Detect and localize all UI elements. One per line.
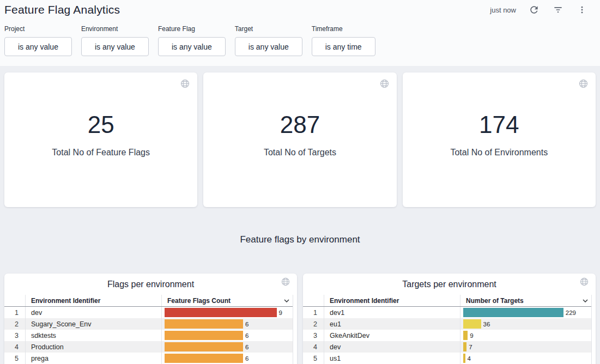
- stat-label: Total No of Targets: [264, 148, 336, 157]
- filter-feature-flag: Feature Flag is any value: [158, 25, 226, 56]
- column-header-number-of-targets: Number of Targets: [460, 295, 596, 306]
- bar: [165, 331, 243, 340]
- table-header: Environment Identifier Feature Flags Cou…: [4, 295, 297, 307]
- page-title: Feature Flag Analytics: [4, 3, 120, 16]
- globe-icon: [380, 79, 389, 88]
- dashboard-header: Feature Flag Analytics just now: [0, 0, 600, 66]
- dashboard-filters-button[interactable]: [552, 4, 564, 16]
- table-scroll-gutter: [591, 295, 596, 364]
- table-tiles-row: Flags per environment Environment Identi…: [0, 274, 600, 364]
- filter-environment-label: Environment: [81, 25, 149, 33]
- stat-tile-environments: 174 Total No of Environments: [403, 72, 596, 207]
- filter-timeframe-value-button[interactable]: is any time: [312, 37, 375, 56]
- table-row[interactable]: 3 GkeAnkitDev 9: [303, 330, 596, 341]
- filter-bar: Project is any value Environment is any …: [4, 25, 596, 56]
- table-header: Environment Identifier Number of Targets: [303, 295, 596, 307]
- table-row[interactable]: 1 dev 9: [4, 307, 297, 318]
- stat-value: 287: [264, 111, 336, 138]
- table-row[interactable]: 5 us1 4: [303, 353, 596, 364]
- table-body: 1 dev1 229 2 eu1 36 3: [303, 307, 596, 364]
- column-header-environment-identifier: Environment Identifier: [324, 295, 460, 306]
- bar: [165, 342, 243, 351]
- bar-value-label: 4: [468, 355, 471, 362]
- bar-value-label: 229: [566, 310, 576, 316]
- cell-count[interactable]: 6: [161, 318, 297, 330]
- card-title: Targets per environment: [402, 280, 496, 289]
- stat-label: Total No of Feature Flags: [52, 148, 150, 157]
- last-refreshed-label: just now: [490, 6, 516, 14]
- stat-value: 25: [52, 111, 150, 138]
- stat-label: Total No of Environments: [450, 148, 548, 157]
- table-row[interactable]: 4 dev 7: [303, 341, 596, 353]
- bar-value-label: 6: [245, 344, 249, 350]
- globe-icon: [180, 79, 190, 88]
- table-body: 1 dev 9 2 Sugary_Scone_Env 6 3: [4, 307, 297, 364]
- cell-count[interactable]: 6: [161, 330, 297, 341]
- column-header-feature-flags-count: Feature Flags Count: [161, 295, 297, 306]
- cell-environment[interactable]: Sugary_Scone_Env: [25, 318, 161, 330]
- table-scroll-gutter: [293, 295, 297, 364]
- cell-count[interactable]: 6: [161, 341, 297, 353]
- cell-environment[interactable]: GkeAnkitDev: [324, 330, 460, 341]
- table-row[interactable]: 4 Production 6: [4, 341, 297, 353]
- bar-value-label: 6: [245, 355, 249, 362]
- cell-count[interactable]: 9: [460, 330, 596, 341]
- filter-timeframe-label: Timeframe: [312, 25, 375, 33]
- filter-project-label: Project: [4, 25, 72, 33]
- table-row[interactable]: 5 prega 6: [4, 353, 297, 364]
- bar: [165, 319, 243, 329]
- stat-tile-feature-flags: 25 Total No of Feature Flags: [4, 72, 197, 207]
- column-header-environment-identifier: Environment Identifier: [25, 295, 161, 306]
- filter-feature-flag-value-button[interactable]: is any value: [158, 37, 226, 56]
- filter-project-value-button[interactable]: is any value: [4, 37, 72, 56]
- cell-environment[interactable]: Production: [25, 341, 161, 353]
- card-title: Flags per environment: [107, 280, 194, 289]
- kebab-menu-icon: [577, 5, 587, 15]
- cell-environment[interactable]: eu1: [324, 318, 460, 330]
- refresh-icon: [529, 4, 540, 15]
- filter-target: Target is any value: [235, 25, 302, 56]
- table-row[interactable]: 2 Sugary_Scone_Env 6: [4, 318, 297, 330]
- cell-count[interactable]: 229: [460, 307, 596, 318]
- title-row: Feature Flag Analytics just now: [4, 3, 596, 16]
- table-row[interactable]: 1 dev1 229: [303, 307, 596, 318]
- cell-environment[interactable]: sdktests: [25, 330, 161, 341]
- cell-environment[interactable]: dev: [324, 341, 460, 353]
- cell-count[interactable]: 6: [161, 353, 297, 364]
- filter-target-value-button[interactable]: is any value: [235, 37, 302, 56]
- bar: [165, 354, 243, 363]
- cell-environment[interactable]: us1: [324, 353, 460, 364]
- table-card-flags-per-environment: Flags per environment Environment Identi…: [4, 274, 297, 364]
- cell-environment[interactable]: prega: [25, 353, 161, 364]
- cell-count[interactable]: 36: [460, 318, 596, 330]
- filter-project: Project is any value: [4, 25, 72, 56]
- table-row[interactable]: 2 eu1 36: [303, 318, 596, 330]
- chevron-down-icon[interactable]: [583, 299, 588, 302]
- cell-environment[interactable]: dev: [25, 307, 161, 318]
- globe-icon: [281, 277, 290, 286]
- bar-value-label: 36: [483, 321, 490, 327]
- chevron-down-icon[interactable]: [284, 299, 289, 302]
- card-title-bar: Flags per environment: [4, 274, 297, 295]
- cell-count[interactable]: 4: [460, 353, 596, 364]
- cell-count[interactable]: 7: [460, 341, 596, 353]
- bar-value-label: 9: [470, 332, 473, 339]
- section-title: Feature flags by environment: [0, 234, 600, 245]
- refresh-button[interactable]: [528, 4, 540, 16]
- table-row[interactable]: 3 sdktests 6: [4, 330, 297, 341]
- bar: [463, 354, 465, 363]
- header-actions: just now: [490, 4, 596, 16]
- filter-environment: Environment is any value: [81, 25, 149, 56]
- stat-tiles-row: 25 Total No of Feature Flags 287 Total N…: [0, 66, 600, 207]
- bar: [463, 342, 466, 351]
- bar: [463, 331, 468, 340]
- cell-count[interactable]: 9: [161, 307, 297, 318]
- bar-value-label: 6: [245, 321, 249, 327]
- filter-environment-value-button[interactable]: is any value: [81, 37, 149, 56]
- cell-environment[interactable]: dev1: [324, 307, 460, 318]
- filter-feature-flag-label: Feature Flag: [158, 25, 226, 33]
- stat-value: 174: [450, 111, 548, 138]
- filter-list-icon: [553, 4, 563, 15]
- more-menu-button[interactable]: [576, 4, 588, 16]
- globe-icon: [580, 277, 589, 286]
